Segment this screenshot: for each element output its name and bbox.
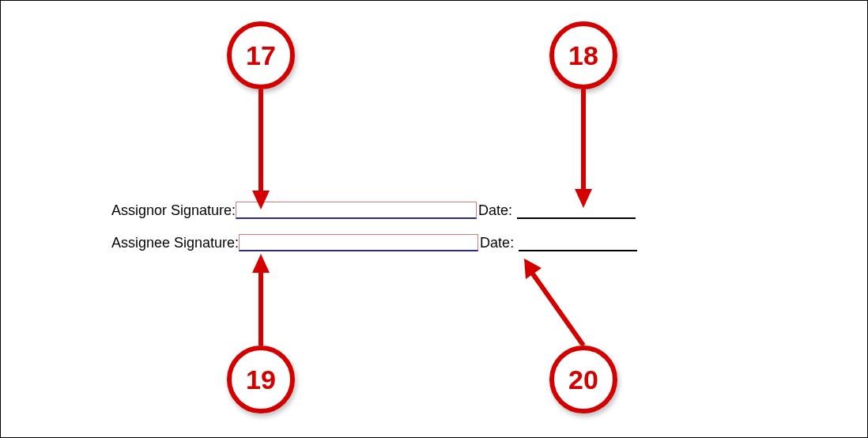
svg-line-6 — [532, 273, 583, 345]
assignor-date-label: Date: — [478, 202, 512, 219]
assignee-signature-label: Assignee Signature: — [111, 235, 239, 251]
assignee-row: Assignee Signature: Date: — [111, 232, 637, 251]
assignor-row: Assignor Signature: Date: — [111, 200, 636, 219]
assignee-signature-field[interactable] — [239, 234, 478, 251]
callout-17: 17 — [227, 21, 295, 89]
assignor-date-field[interactable] — [517, 205, 636, 219]
callout-19: 19 — [227, 345, 295, 413]
callout-19-arrow — [251, 254, 274, 345]
assignor-signature-field[interactable] — [236, 202, 477, 219]
callout-20-label: 20 — [568, 364, 598, 395]
callout-20: 20 — [549, 345, 617, 413]
callout-20-arrow — [521, 254, 600, 345]
callout-17-arrow — [251, 89, 274, 210]
assignee-date-label: Date: — [480, 235, 514, 251]
assignee-date-field[interactable] — [519, 237, 637, 251]
svg-marker-7 — [524, 259, 542, 279]
callout-18-arrow — [573, 89, 597, 208]
document-page: Assignor Signature: Date: Assignee Signa… — [1, 1, 867, 437]
callout-19-label: 19 — [246, 364, 276, 395]
callout-18-label: 18 — [568, 40, 598, 71]
assignor-signature-label: Assignor Signature: — [111, 202, 236, 219]
callout-18: 18 — [549, 21, 617, 89]
svg-marker-5 — [252, 254, 270, 273]
callout-17-label: 17 — [246, 40, 276, 71]
